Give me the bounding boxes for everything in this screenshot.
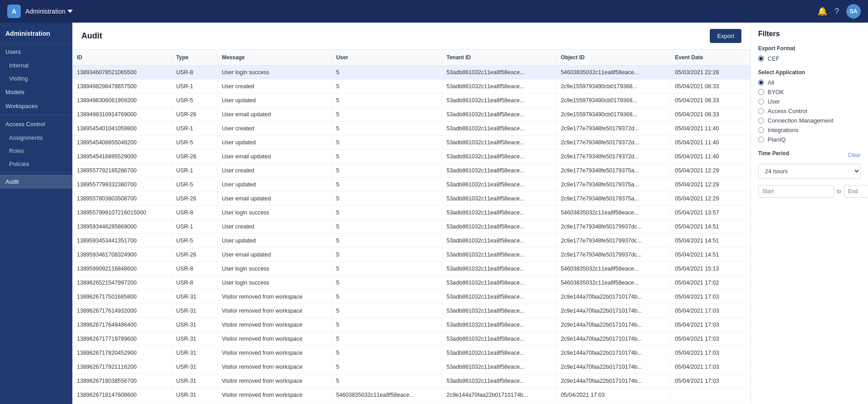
app-planiq-radio[interactable] <box>758 137 764 143</box>
content-area: Audit Export ID Type Message User Tenant… <box>72 23 868 404</box>
export-format-cef-radio[interactable] <box>758 56 764 62</box>
table-row[interactable]: 1389626717614932000USR-31Visitor removed… <box>72 304 750 318</box>
cell-date: 05/04/2021 13:57 <box>670 206 750 220</box>
app-integrations-radio[interactable] <box>758 127 764 133</box>
cell-user: 54603835032c11ea8f58eace... <box>331 388 442 402</box>
cell-user: 5 <box>331 66 442 80</box>
bell-icon[interactable]: 🔔 <box>817 6 827 16</box>
avatar[interactable]: SA <box>846 4 861 19</box>
cell-message: Visitor removed from workspace <box>217 290 331 304</box>
cell-date: 05/03/2021 22:28 <box>670 66 750 80</box>
sidebar-item-workspaces[interactable]: Workspaces <box>0 99 72 113</box>
cell-date: 05/04/2021 17:02 <box>670 276 750 290</box>
sidebar-item-visiting[interactable]: Visiting <box>0 72 72 85</box>
cell-message: User login success <box>217 262 331 276</box>
cell-object: 2c9e1559793490cb0179368... <box>556 80 670 94</box>
date-start-input[interactable] <box>758 185 834 198</box>
app-integrations[interactable]: Integrations <box>758 127 861 133</box>
date-end-input[interactable] <box>844 185 868 198</box>
cell-object: 2c9e177e79348fe50179937dc... <box>556 234 670 248</box>
table-row[interactable]: 1389626717501685800USR-31Visitor removed… <box>72 290 750 304</box>
table-row[interactable]: 1389626521547997200USR-8User login succe… <box>72 276 750 290</box>
sidebar-item-roles[interactable]: Roles <box>0 144 72 157</box>
app-user-radio[interactable] <box>758 99 764 105</box>
export-format-cef[interactable]: CEF <box>758 55 861 62</box>
table-row[interactable]: 1389557999107216015000USR-8User login su… <box>72 206 750 220</box>
table-row[interactable]: 1389557799332380700USR-5User updated553a… <box>72 178 750 192</box>
cell-id: 1389626718147608600 <box>72 388 171 402</box>
time-period-clear[interactable]: Clear <box>848 152 861 158</box>
table-row[interactable]: 1389346078521065500USR-8User login succe… <box>72 66 750 80</box>
table-row[interactable]: 1389593461708324900USR-26User email upda… <box>72 248 750 262</box>
time-period-select[interactable]: 24 hours 7 days 30 days Custom <box>758 164 861 179</box>
cell-date: 05/04/2021 11:40 <box>670 136 750 150</box>
cell-message: User login success <box>217 276 331 290</box>
sidebar-item-internal[interactable]: Internal <box>0 59 72 72</box>
table-row[interactable]: 1389626718038556700USR-31Visitor removed… <box>72 374 750 388</box>
sidebar-item-models[interactable]: Models <box>0 85 72 99</box>
app-connection-mgmt-radio[interactable] <box>758 118 764 124</box>
cell-user: 5 <box>331 192 442 206</box>
cell-tenant: 53adb861032c11ea8f58eace... <box>442 290 556 304</box>
sidebar-item-users[interactable]: Users <box>0 45 72 59</box>
app-planiq[interactable]: PlanIQ <box>758 136 861 143</box>
export-button[interactable]: Export <box>710 29 741 43</box>
app-access-control-radio[interactable] <box>758 108 764 114</box>
table-row[interactable]: 1389557792185286700USR-1User created553a… <box>72 164 750 178</box>
cell-user: 5 <box>331 178 442 192</box>
cell-tenant: 53adb861032c11ea8f58eace... <box>442 248 556 262</box>
table-row[interactable]: 1389545401041059800USR-1User created553a… <box>72 122 750 136</box>
cell-tenant: 53adb861032c11ea8f58eace... <box>442 304 556 318</box>
table-row[interactable]: 1389593453441351700USR-5User updated553a… <box>72 234 750 248</box>
help-icon[interactable]: ? <box>835 7 839 16</box>
app-all-radio[interactable] <box>758 80 764 86</box>
cell-type: USR-8 <box>171 276 217 290</box>
table-row[interactable]: 1389599092116848600USR-8User login succe… <box>72 262 750 276</box>
cell-id: 1389557999107216015000 <box>72 206 171 220</box>
table-row[interactable]: 1389626717719789600USR-31Visitor removed… <box>72 332 750 346</box>
cell-date: 05/04/2021 11:40 <box>670 122 750 136</box>
nav-right: 🔔 ? SA <box>817 4 861 19</box>
table-row[interactable]: 1389545408855048200USR-5User updated553a… <box>72 136 750 150</box>
cell-message: User email updated <box>217 248 331 262</box>
cell-user: 5 <box>331 220 442 234</box>
sidebar-divider <box>0 115 72 115</box>
sidebar-item-access-control[interactable]: Access Control <box>0 117 72 131</box>
app-all[interactable]: All <box>758 79 861 86</box>
nav-title-text: Administration <box>25 8 66 15</box>
table-row[interactable]: 1389498310914769000USR-26User email upda… <box>72 108 750 122</box>
app-access-control[interactable]: Access Control <box>758 108 861 114</box>
cell-id: 1389545401041059800 <box>72 122 171 136</box>
sidebar-item-policies[interactable]: Policies <box>0 157 72 171</box>
table-row[interactable]: 1389626717820452900USR-31Visitor removed… <box>72 346 750 360</box>
table-row[interactable]: 1389626718147608600USR-31Visitor removed… <box>72 388 750 402</box>
nav-title[interactable]: Administration <box>25 8 73 15</box>
app-byok[interactable]: BYOK <box>758 89 861 95</box>
cell-id: 1389545416895529000 <box>72 150 171 164</box>
cell-type: USR-31 <box>171 346 217 360</box>
cell-object: 2c9e144a70faa22b01710174b... <box>556 290 670 304</box>
table-row[interactable]: 1389557803803508700USR-26User email upda… <box>72 192 750 206</box>
app-connection-mgmt[interactable]: Connection Management <box>758 117 861 124</box>
table-row[interactable]: 1389498306061959200USR-5User updated553a… <box>72 94 750 108</box>
sidebar-item-audit[interactable]: Audit <box>0 175 72 189</box>
table-row[interactable]: 1389593446285869000USR-1User created553a… <box>72 220 750 234</box>
export-format-section: Export Format CEF <box>758 45 861 62</box>
app-connection-mgmt-label: Connection Management <box>768 117 833 124</box>
table-row[interactable]: 1389626717648486400USR-31Visitor removed… <box>72 318 750 332</box>
audit-table: ID Type Message User Tenant ID Object ID… <box>72 50 750 402</box>
cell-object: 2c9e144a70faa22b01710174b... <box>556 374 670 388</box>
app-byok-radio[interactable] <box>758 89 764 95</box>
cell-date <box>670 388 750 402</box>
cell-message: User email updated <box>217 192 331 206</box>
sidebar-item-assignments[interactable]: Assignments <box>0 131 72 144</box>
app-user[interactable]: User <box>758 98 861 105</box>
cell-id: 1389593453441351700 <box>72 234 171 248</box>
table-row[interactable]: 1389498298478657500USR-1User created553a… <box>72 80 750 94</box>
sidebar-divider-2 <box>0 172 72 173</box>
cell-type: USR-31 <box>171 332 217 346</box>
table-row[interactable]: 1389545416895529000USR-26User email upda… <box>72 150 750 164</box>
cell-type: USR-8 <box>171 66 217 80</box>
table-row[interactable]: 1389626717921116200USR-31Visitor removed… <box>72 360 750 374</box>
cell-id: 1389626521547997200 <box>72 276 171 290</box>
